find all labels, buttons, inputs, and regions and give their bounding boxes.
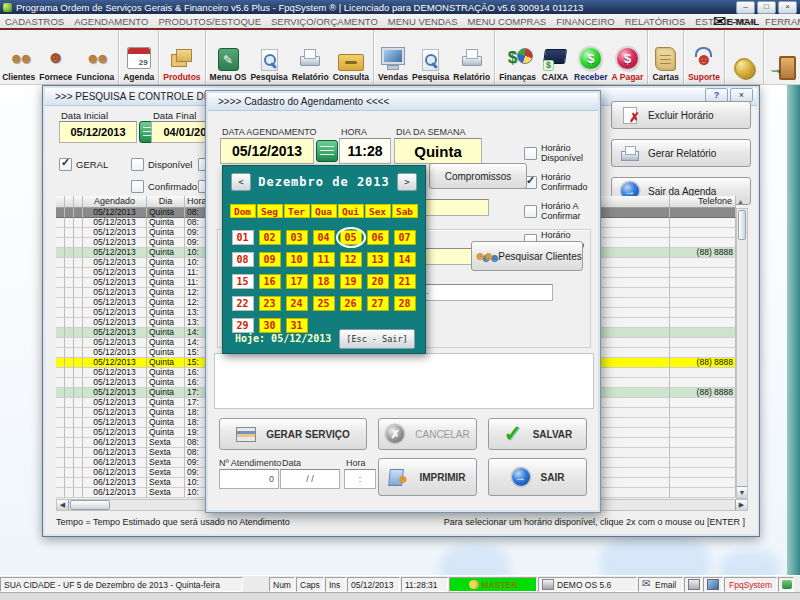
close-button[interactable]: × [778,1,797,14]
imprimir-button[interactable]: IMPRIMIR [378,458,477,496]
status-checkbox-row[interactable]: Horário A Confirmar [524,201,600,221]
window-close-button[interactable]: × [730,88,753,102]
confirmado-checkbox[interactable] [131,180,144,193]
calendar-day[interactable]: 20 [367,274,389,289]
observacoes-memo[interactable] [214,353,594,409]
calendar-day[interactable]: 28 [394,296,416,311]
gerar-relatorio-button[interactable]: Gerar Relatório [611,139,751,167]
toolbar-button[interactable]: Pesquisa [248,30,289,84]
menu-item-email[interactable]: ✉ E-MAIL [713,14,759,28]
toolbar-button[interactable]: Menu OS [208,30,249,84]
toolbar-button[interactable]: A Pagar [610,30,649,84]
toolbar-button[interactable]: Relatório [290,30,331,84]
toolbar-button[interactable] [727,30,764,84]
pesquisar-clientes-button[interactable]: Pesquisar Clientes [471,241,583,271]
minimize-button[interactable]: – [736,1,755,14]
header-dia[interactable]: Dia [147,196,185,208]
toolbar-button[interactable]: Relatório [451,30,495,84]
data-input[interactable]: / / [280,469,340,489]
cancelar-button[interactable]: CANCELAR [378,418,477,450]
calendar-esc-button[interactable]: [Esc - Sair] [339,329,415,349]
calendar-day[interactable]: 19 [340,274,362,289]
calendar-day[interactable]: 29 [232,318,254,333]
toolbar-button[interactable]: CAIXA [538,30,572,84]
calendar-day[interactable]: 02 [259,230,281,245]
calendar-day[interactable]: 12 [340,252,362,267]
calendar-day[interactable]: 30 [259,318,281,333]
sair-button[interactable]: SAIR [488,458,587,496]
geral-checkbox[interactable] [59,158,72,171]
calendar-day[interactable]: 26 [340,296,362,311]
data-agendamento-input[interactable]: 05/12/2013 [220,138,314,164]
toolbar-button[interactable]: Produtos [161,30,205,84]
sort-arrow-icon[interactable]: ▲ [737,198,744,205]
menu-item[interactable]: AGENDAMENTO [69,16,153,27]
filter-geral[interactable]: GERAL [59,158,108,171]
calendar-day[interactable]: 13 [367,252,389,267]
hora2-input[interactable]: : [344,469,376,489]
salvar-button[interactable]: SALVAR [488,418,587,450]
scrollbar-thumb[interactable] [70,500,110,510]
filter-confirmado[interactable]: Confirmado [131,180,197,193]
calendar-day[interactable]: 01 [232,230,254,245]
calendar-day[interactable]: 15 [232,274,254,289]
header-telefone[interactable]: Telefone [670,196,736,208]
vertical-scrollbar[interactable]: ▼ [736,208,748,499]
yellow-field-1[interactable] [425,199,489,216]
calendar-day[interactable]: 10 [286,252,308,267]
dialog-calendar-button[interactable] [316,140,338,162]
toolbar-button[interactable]: Receber [572,30,610,84]
toolbar-button[interactable]: Funciona [74,30,119,84]
menu-item[interactable]: PRODUTOS/ESTOQUE [153,16,266,27]
disponivel-checkbox[interactable] [131,158,144,171]
menu-item[interactable]: MENU VENDAS [383,16,463,27]
calendar-day[interactable]: 27 [367,296,389,311]
calendar-day[interactable]: 31 [286,318,308,333]
status-checkbox[interactable] [524,147,537,160]
status-checkbox-row[interactable]: Horário Disponível [524,143,600,163]
hora-input[interactable]: 11:28 [339,138,391,164]
menu-item[interactable]: CADASTROS [0,16,69,27]
toolbar-button[interactable]: Cartas [650,30,683,84]
calendar-day[interactable]: 21 [394,274,416,289]
menu-item[interactable]: SERVIÇO/ORÇAMENTO [266,16,383,27]
telefone-field[interactable]: · [421,284,553,301]
toolbar-button[interactable]: Pesquisa [410,30,451,84]
toolbar-button[interactable]: Suporte [686,30,725,84]
calendar-day[interactable]: 22 [232,296,254,311]
toolbar-button[interactable]: Agenda [121,30,159,84]
status-checkbox-row[interactable]: Horário Confirmado [524,172,600,192]
calendar-day[interactable]: 25 [313,296,335,311]
gerar-servico-button[interactable]: GERAR SERVIÇO [219,418,367,450]
help-button[interactable]: ? [705,88,728,102]
calendar-day[interactable]: 17 [286,274,308,289]
scrollbar-thumb[interactable] [738,210,746,240]
maximize-button[interactable]: □ [757,1,776,14]
toolbar-button[interactable]: Fornece [37,30,74,84]
menu-item[interactable]: FINANCEIRO [551,16,620,27]
calendar-day[interactable]: 05 [340,230,362,245]
scroll-left-arrow[interactable]: ◀ [57,500,69,510]
calendar-day[interactable]: 11 [313,252,335,267]
menu-item[interactable]: RELATÓRIOS [620,16,691,27]
status-checkbox[interactable] [524,205,537,218]
calendar-day[interactable]: 08 [232,252,254,267]
excluir-horario-button[interactable]: Excluir Horário [611,101,751,129]
calendar-day[interactable]: 04 [313,230,335,245]
calendar-day[interactable]: 18 [313,274,335,289]
calendar-day[interactable]: 06 [367,230,389,245]
dia-da-semana-input[interactable]: Quinta [394,138,482,164]
toolbar-button[interactable]: Vendas [376,30,410,84]
toolbar-button[interactable]: Finanças [497,30,538,84]
scroll-right-arrow[interactable]: ▶ [735,500,747,510]
filter-disponivel[interactable]: Disponível [131,158,192,171]
toolbar-button[interactable] [766,30,800,84]
calendar-next-button[interactable]: > [397,173,417,191]
data-inicial-input[interactable]: 05/12/2013 [59,121,137,143]
header-agendado[interactable]: Agendado [83,196,147,208]
n-atendimento-input[interactable]: 0 [219,469,279,489]
calendar-day[interactable]: 14 [394,252,416,267]
calendar-day[interactable]: 24 [286,296,308,311]
scroll-down-arrow[interactable]: ▼ [737,486,747,498]
calendar-day[interactable]: 23 [259,296,281,311]
